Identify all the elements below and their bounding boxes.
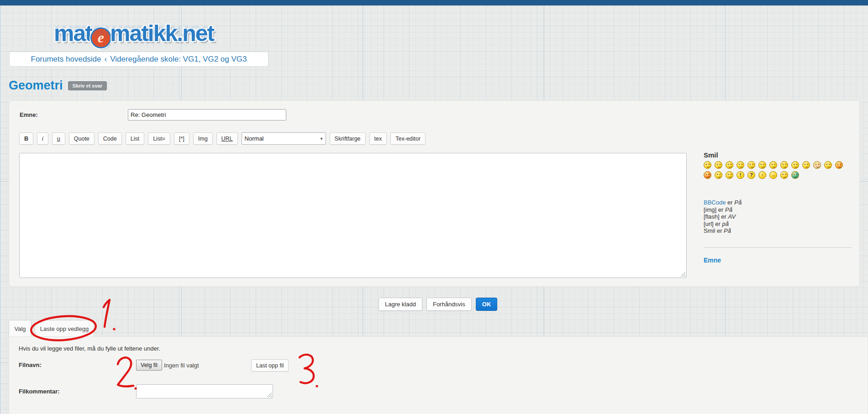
smiley-icon[interactable] xyxy=(791,171,799,179)
top-bar xyxy=(0,0,868,5)
font-size-select[interactable]: Normal ▾ xyxy=(242,132,326,145)
toolbar-button[interactable]: URL xyxy=(216,132,238,145)
sidebar: Smil !?↑→ BBCode er På [img] er På [flas… xyxy=(704,151,861,264)
smiley-icon[interactable] xyxy=(780,161,788,169)
tab-options[interactable]: Valg xyxy=(9,320,32,337)
smiley-icon[interactable]: ! xyxy=(736,171,744,179)
smiley-icon[interactable] xyxy=(780,171,788,179)
subject-input[interactable] xyxy=(128,109,286,121)
message-textarea[interactable] xyxy=(19,153,687,278)
smiley-icon[interactable] xyxy=(769,161,777,169)
toolbar-button[interactable]: u xyxy=(52,132,65,145)
smiley-icon[interactable] xyxy=(726,171,733,179)
file-comment-wrap xyxy=(136,384,273,398)
smiley-icon[interactable] xyxy=(758,161,766,169)
toolbar-button[interactable]: Code xyxy=(98,132,122,145)
smilies-row-1 xyxy=(704,161,861,169)
toolbar-button[interactable]: Quote xyxy=(69,132,95,145)
smiley-icon[interactable] xyxy=(726,161,733,169)
page-title: Geometri xyxy=(9,79,63,93)
toolbar-button[interactable]: Img xyxy=(193,132,213,145)
attachment-panel: Hvis du vil legge ved filer, må du fylle… xyxy=(9,336,868,414)
breadcrumb-separator: ‹ xyxy=(105,55,107,64)
topic-review-link[interactable]: Emne xyxy=(704,257,861,264)
smilies-row-2: !?↑→ xyxy=(704,171,861,179)
bbcode-status-line: Smil er På xyxy=(704,227,861,235)
smiley-icon[interactable]: ? xyxy=(747,171,755,179)
toolbar-button[interactable]: List xyxy=(126,132,144,145)
title-row: Geometri Skriv et svar xyxy=(9,79,107,93)
toolbar-button[interactable]: i xyxy=(37,132,48,145)
file-comment-label: Filkommentar: xyxy=(19,388,60,395)
smiley-icon[interactable]: ↑ xyxy=(758,171,766,179)
choose-file-button[interactable]: Velg fil xyxy=(136,360,162,371)
annotation-step-1 xyxy=(104,300,116,330)
ok-button[interactable]: OK xyxy=(476,298,498,311)
breadcrumb-section-link[interactable]: Videregående skole: VG1, VG2 og VG3 xyxy=(110,55,247,64)
reply-badge[interactable]: Skriv et svar xyxy=(68,81,107,90)
smiley-icon[interactable] xyxy=(824,161,832,169)
smiley-icon[interactable] xyxy=(704,161,711,169)
compose-panel: Emne: BiuQuoteCodeListList=[*]ImgURL Nor… xyxy=(9,100,860,287)
no-file-chosen-text: Ingen fil valgt xyxy=(164,362,199,369)
message-area-wrap xyxy=(19,153,687,278)
submit-row: Lagre kladd Forhåndsvis OK xyxy=(379,298,497,311)
breadcrumb-forum-home-link[interactable]: Forumets hovedside xyxy=(31,55,101,64)
file-comment-input[interactable] xyxy=(136,384,273,398)
subject-label: Emne: xyxy=(20,111,38,118)
attachment-hint: Hvis du vil legge ved filer, må du fylle… xyxy=(19,345,160,352)
smiley-icon[interactable] xyxy=(802,161,810,169)
breadcrumb: Forumets hovedside ‹ Videregående skole:… xyxy=(9,52,268,67)
bbcode-status-list: BBCode er På [img] er På [flash] er AV [… xyxy=(704,199,861,235)
chevron-down-icon: ▾ xyxy=(321,136,323,141)
smiley-icon[interactable] xyxy=(813,161,821,169)
smiley-icon[interactable] xyxy=(747,161,755,169)
logo-reflection: matematikk.net xyxy=(54,21,207,44)
save-draft-button[interactable]: Lagre kladd xyxy=(379,298,422,311)
page: matematikk.net matematikk.net Forumets h… xyxy=(0,0,868,414)
upload-file-button[interactable]: Last opp fil xyxy=(251,359,289,372)
filename-label: Filnavn: xyxy=(19,362,42,368)
toolbar-button[interactable]: Skriftfarge xyxy=(330,132,366,145)
smilies-title: Smil xyxy=(704,151,861,159)
tab-upload-attachment[interactable]: Laste opp vedlegg xyxy=(35,320,94,337)
preview-button[interactable]: Forhåndsvis xyxy=(426,298,472,311)
smiley-icon[interactable] xyxy=(791,161,799,169)
smiley-icon[interactable] xyxy=(704,171,711,179)
toolbar-button[interactable]: B xyxy=(19,132,33,145)
bbcode-status-line: [url] er på xyxy=(704,220,861,228)
smiley-icon[interactable] xyxy=(835,161,843,169)
toolbar-button[interactable]: List= xyxy=(148,132,170,145)
toolbar-button[interactable]: Tex-editor xyxy=(390,132,426,145)
smiley-icon[interactable] xyxy=(715,171,722,179)
toolbar-button[interactable]: [*] xyxy=(174,132,189,145)
bbcode-status-line: BBCode er På xyxy=(704,199,861,206)
smiley-icon[interactable]: → xyxy=(769,171,777,179)
smiley-icon[interactable] xyxy=(736,161,744,169)
bbcode-status-line: [img] er På xyxy=(704,206,861,214)
toolbar-button[interactable]: tex xyxy=(369,132,387,145)
bbcode-status-line: [flash] er AV xyxy=(704,213,861,220)
smiley-icon[interactable] xyxy=(715,161,722,169)
sidebar-divider xyxy=(704,247,852,248)
bbcode-toolbar: BiuQuoteCodeListList=[*]ImgURL Normal ▾ … xyxy=(19,132,426,145)
